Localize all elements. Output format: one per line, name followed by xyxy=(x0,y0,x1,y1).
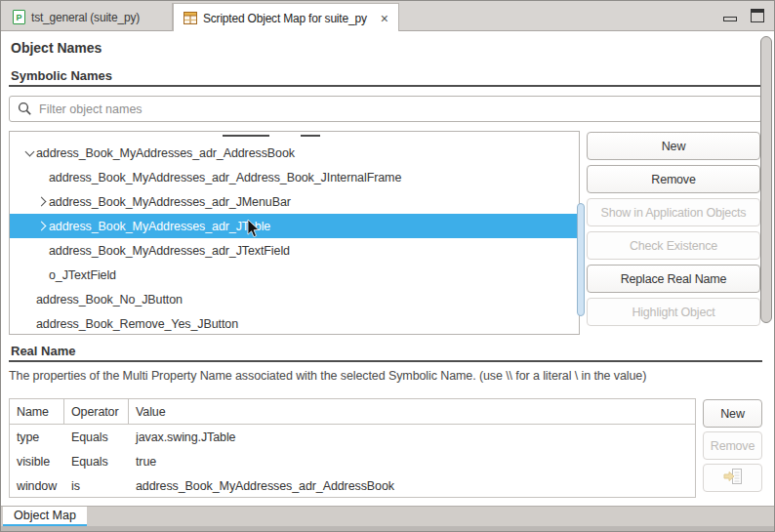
close-icon[interactable]: × xyxy=(381,12,388,25)
realname-convert-button[interactable] xyxy=(703,464,762,492)
tab-object-map[interactable]: Object Map xyxy=(3,507,87,526)
real-name-buttons: NewRemove xyxy=(703,399,762,492)
real-name-table[interactable]: NameOperatorValuetypeEqualsjavax.swing.J… xyxy=(9,398,696,498)
chevron-placeholder xyxy=(35,263,49,287)
chevron-placeholder xyxy=(22,311,36,335)
object-map-icon xyxy=(184,12,197,24)
tab-label: Scripted Object Map for suite_py xyxy=(203,12,367,25)
tree-scrollbar[interactable] xyxy=(577,203,585,316)
column-header-name[interactable]: Name xyxy=(10,399,64,424)
chevron-right-icon[interactable] xyxy=(35,189,49,214)
section-divider xyxy=(9,360,762,362)
realname-remove-button[interactable]: Remove xyxy=(703,431,762,460)
symbolic-new-button[interactable]: New xyxy=(587,132,760,160)
table-cell: true xyxy=(129,455,695,469)
tree-item-label: address_Book_MyAddresses_adr_JMenuBar xyxy=(49,195,291,209)
table-cell: is xyxy=(64,479,129,493)
symbolic-check-existence-button[interactable]: Check Existence xyxy=(587,231,760,260)
table-row-visible[interactable]: visibleEqualstrue xyxy=(10,449,695,473)
filter-input[interactable] xyxy=(9,96,762,122)
table-cell: Equals xyxy=(64,455,129,469)
tree-item-address-book-myaddresses-adr-jtextfield[interactable]: address_Book_MyAddresses_adr_JTextField xyxy=(10,238,579,263)
tree-item-label: address_Book_No_JButton xyxy=(36,293,183,307)
arrow-into-document-icon xyxy=(723,469,743,487)
symbolic-replace-real-name-button[interactable]: Replace Real Name xyxy=(587,265,760,293)
tree-item-address-book-myaddresses-adr-jmenubar[interactable]: address_Book_MyAddresses_adr_JMenuBar xyxy=(10,189,579,214)
object-map-content: Object Names Symbolic Names address_Book… xyxy=(1,31,775,506)
table-row-window[interactable]: windowisaddress_Book_MyAddresses_adr_Add… xyxy=(10,473,695,498)
table-cell: address_Book_MyAddresses_adr_AddressBook xyxy=(129,479,695,493)
view-controls xyxy=(723,9,764,22)
table-cell: Equals xyxy=(64,430,129,444)
symbolic-names-heading: Symbolic Names xyxy=(11,68,112,83)
tree-item-address-book-no-jbutton[interactable]: address_Book_No_JButton xyxy=(10,287,579,311)
symbolic-highlight-object-button[interactable]: Highlight Object xyxy=(587,298,760,326)
page-title: Object Names xyxy=(11,40,102,56)
chevron-glyph xyxy=(24,146,34,156)
section-divider xyxy=(9,85,762,87)
symbolic-names-buttons: NewRemoveShow in Application ObjectsChec… xyxy=(587,132,760,326)
chevron-glyph xyxy=(36,197,46,207)
chevron-placeholder xyxy=(22,287,36,311)
tree-item-label: o_JTextField xyxy=(49,268,116,282)
tree-item-address-book-myaddresses-adr-addressbook[interactable]: address_Book_MyAddresses_adr_AddressBook xyxy=(10,141,579,165)
tree-item-label: address_Book_MyAddresses_adr_AddressBook xyxy=(36,146,295,160)
tree-item-label: address_Book_MyAddresses_adr_JTextField xyxy=(49,244,290,258)
column-header-operator[interactable]: Operator xyxy=(64,399,129,424)
tree-item-address-book-remove-yes-jbutton[interactable]: address_Book_Remove_Yes_JButton xyxy=(10,311,579,335)
table-cell: window xyxy=(10,479,64,493)
table-cell: visible xyxy=(10,455,64,469)
clipped-text-fragment xyxy=(223,135,269,137)
table-cell: javax.swing.JTable xyxy=(129,430,695,444)
object-map-editor-window: P tst_general (suite_py) Scripted Object… xyxy=(0,0,775,532)
symbolic-remove-button[interactable]: Remove xyxy=(587,165,760,193)
real-name-heading: Real Name xyxy=(11,344,75,358)
chevron-right-icon[interactable] xyxy=(35,214,49,238)
filter-field-wrap xyxy=(9,96,762,122)
editor-tab-bar: P tst_general (suite_py) Scripted Object… xyxy=(1,1,774,31)
real-name-description: The properties of the Multi Property Nam… xyxy=(9,369,721,383)
maximize-icon[interactable] xyxy=(751,9,764,22)
table-cell: type xyxy=(10,430,64,444)
tab-label: tst_general (suite_py) xyxy=(31,11,140,24)
chevron-down-icon[interactable] xyxy=(22,141,36,165)
tree-item-address-book-myaddresses-adr-address-book-jinternalframe[interactable]: address_Book_MyAddresses_adr_Address_Boo… xyxy=(10,165,579,189)
window-bottom-edge xyxy=(1,526,775,532)
tab-scripted-object-map[interactable]: Scripted Object Map for suite_py × xyxy=(173,3,399,32)
minimize-icon[interactable] xyxy=(723,17,737,21)
editor-scrollbar[interactable] xyxy=(760,36,772,323)
tab-tst-general[interactable]: P tst_general (suite_py) xyxy=(3,3,173,31)
bottom-tab-bar: Object Map xyxy=(1,506,775,526)
symbolic-names-tree[interactable]: address_Book_MyAddresses_adr_AddressBook… xyxy=(9,131,580,335)
chevron-placeholder xyxy=(35,165,49,189)
column-header-value[interactable]: Value xyxy=(129,399,695,424)
python-script-icon: P xyxy=(13,10,25,24)
chevron-glyph xyxy=(36,222,46,231)
clipped-text-fragment xyxy=(301,135,320,137)
chevron-placeholder xyxy=(35,238,49,263)
symbolic-show-in-application-objects-button[interactable]: Show in Application Objects xyxy=(587,198,760,226)
realname-new-button[interactable]: New xyxy=(703,399,762,428)
table-header-row: NameOperatorValue xyxy=(10,399,695,425)
tree-item-label: address_Book_MyAddresses_adr_Address_Boo… xyxy=(49,171,401,184)
tree-item-clipped[interactable] xyxy=(10,132,579,141)
tree-item-label: address_Book_MyAddresses_adr_JTable xyxy=(49,220,270,233)
tree-item-label: address_Book_Remove_Yes_JButton xyxy=(36,317,238,331)
table-row-type[interactable]: typeEqualsjavax.swing.JTable xyxy=(10,425,695,449)
tree-item-address-book-myaddresses-adr-jtable[interactable]: address_Book_MyAddresses_adr_JTable xyxy=(10,214,579,238)
tree-item-o-jtextfield[interactable]: o_JTextField xyxy=(10,263,579,287)
